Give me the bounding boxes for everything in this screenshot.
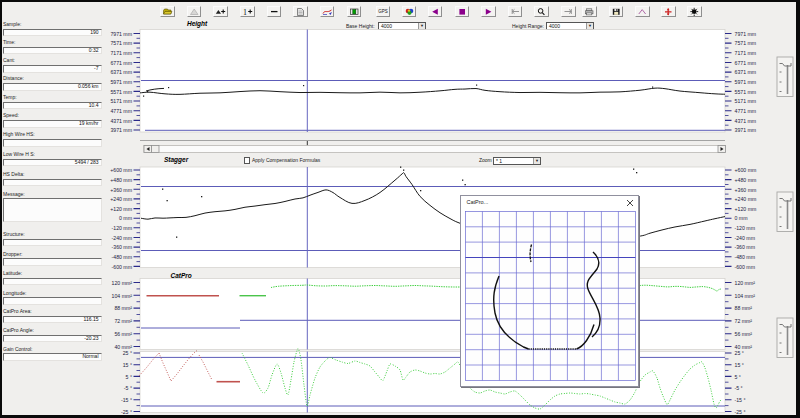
svg-text:-5 °: -5 °	[735, 385, 743, 391]
svg-text:3971 mm: 3971 mm	[110, 127, 132, 133]
svg-text:-15 °: -15 °	[735, 397, 746, 403]
svg-text:+240 mm: +240 mm	[110, 196, 132, 202]
svg-text:104 mm²: 104 mm²	[735, 293, 756, 299]
svg-text:5171 mm: 5171 mm	[735, 98, 757, 104]
svg-text:6371 mm: 6371 mm	[110, 69, 132, 75]
svg-text:-15 °: -15 °	[121, 397, 132, 403]
svg-text:25 °: 25 °	[735, 350, 744, 356]
svg-text:-240 mm: -240 mm	[735, 235, 755, 241]
svg-text:7971 mm: 7971 mm	[110, 31, 132, 37]
svg-text:40 mm²: 40 mm²	[114, 344, 132, 350]
svg-text:104 mm²: 104 mm²	[112, 293, 133, 299]
svg-text:+480 mm: +480 mm	[110, 177, 132, 183]
svg-text:-120 mm: -120 mm	[112, 225, 132, 231]
svg-text:56 mm²: 56 mm²	[114, 331, 132, 337]
svg-text:-5 °: -5 °	[124, 385, 132, 391]
svg-text:56 mm²: 56 mm²	[735, 331, 753, 337]
svg-text:7171 mm: 7171 mm	[735, 50, 757, 56]
svg-text:+240 mm: +240 mm	[735, 196, 757, 202]
svg-text:4771 mm: 4771 mm	[735, 108, 757, 114]
svg-text:-240 mm: -240 mm	[112, 235, 132, 241]
svg-text:+120 mm: +120 mm	[110, 206, 132, 212]
svg-text:25 °: 25 °	[123, 350, 132, 356]
svg-text:5 °: 5 °	[735, 374, 741, 380]
svg-text:5971 mm: 5971 mm	[735, 79, 757, 85]
svg-text:88 mm²: 88 mm²	[735, 305, 753, 311]
svg-text:-25 °: -25 °	[121, 409, 132, 415]
svg-text:4371 mm: 4371 mm	[110, 118, 132, 124]
svg-text:72 mm²: 72 mm²	[114, 318, 132, 324]
svg-text:6371 mm: 6371 mm	[735, 69, 757, 75]
svg-text:7571 mm: 7571 mm	[735, 40, 757, 46]
svg-text:-25 °: -25 °	[735, 409, 746, 415]
svg-text:-600 mm: -600 mm	[735, 264, 755, 270]
svg-text:40 mm²: 40 mm²	[735, 344, 753, 350]
svg-text:0 mm: 0 mm	[119, 215, 132, 221]
svg-text:4371 mm: 4371 mm	[735, 118, 757, 124]
svg-text:7971 mm: 7971 mm	[735, 31, 757, 37]
svg-text:120 mm²: 120 mm²	[735, 280, 756, 286]
svg-text:4771 mm: 4771 mm	[110, 108, 132, 114]
svg-text:-360 mm: -360 mm	[735, 244, 755, 250]
svg-text:+360 mm: +360 mm	[110, 187, 132, 193]
svg-text:-480 mm: -480 mm	[735, 254, 755, 260]
svg-text:6771 mm: 6771 mm	[110, 60, 132, 66]
svg-text:7571 mm: 7571 mm	[110, 40, 132, 46]
svg-text:5571 mm: 5571 mm	[735, 89, 757, 95]
svg-text:-120 mm: -120 mm	[735, 225, 755, 231]
svg-text:-360 mm: -360 mm	[112, 244, 132, 250]
svg-text:+360 mm: +360 mm	[735, 187, 757, 193]
svg-text:-480 mm: -480 mm	[112, 254, 132, 260]
svg-text:7171 mm: 7171 mm	[110, 50, 132, 56]
svg-text:5971 mm: 5971 mm	[110, 79, 132, 85]
svg-text:-600 mm: -600 mm	[112, 264, 132, 270]
svg-text:6771 mm: 6771 mm	[735, 60, 757, 66]
svg-text:+480 mm: +480 mm	[735, 177, 757, 183]
svg-text:120 mm²: 120 mm²	[112, 280, 133, 286]
svg-text:15 °: 15 °	[735, 362, 744, 368]
svg-text:88 mm²: 88 mm²	[114, 305, 132, 311]
svg-text:5171 mm: 5171 mm	[110, 98, 132, 104]
svg-text:5 °: 5 °	[126, 374, 132, 380]
svg-text:+600 mm: +600 mm	[110, 167, 132, 173]
svg-text:+120 mm: +120 mm	[735, 206, 757, 212]
svg-text:5571 mm: 5571 mm	[110, 89, 132, 95]
svg-text:72 mm²: 72 mm²	[735, 318, 753, 324]
svg-text:3971 mm: 3971 mm	[735, 127, 757, 133]
svg-text:15 °: 15 °	[123, 362, 132, 368]
svg-text:+600 mm: +600 mm	[735, 167, 757, 173]
svg-text:0 mm: 0 mm	[735, 215, 748, 221]
